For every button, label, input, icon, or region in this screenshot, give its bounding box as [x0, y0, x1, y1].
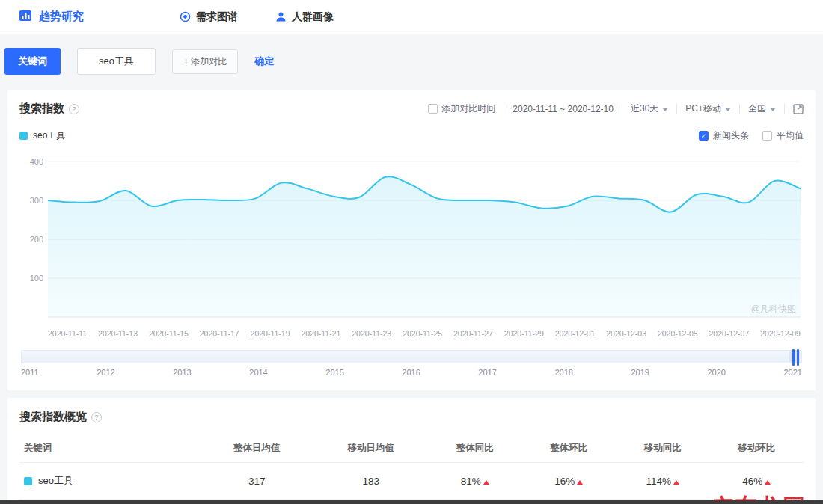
date-range-text: 2020-11-11 ~ 2020-12-10: [513, 104, 614, 114]
add-compare-button[interactable]: + 添加对比: [172, 49, 238, 74]
trend-chart[interactable]: 400300200100 @凡科快图: [48, 154, 801, 323]
timeline-years: 2011201220132014201520162017201820192020…: [21, 368, 802, 377]
compare-time-checkbox[interactable]: 添加对比时间: [428, 102, 495, 115]
keyword-cell: seo工具: [19, 463, 200, 500]
x-tick-label: 2020-11-15: [149, 329, 189, 338]
overview-title-text: 搜索指数概览: [19, 410, 87, 424]
checkbox-icon: [762, 131, 772, 141]
divider: [784, 104, 785, 114]
x-tick-label: 2020-11-23: [352, 329, 391, 338]
keyword-label: seo工具: [38, 474, 73, 488]
panel-title: 搜索指数 ?: [19, 102, 79, 116]
timeline-year-label: 2017: [478, 368, 496, 377]
cell-value: 81%: [461, 476, 481, 487]
news-toggle[interactable]: ✓ 新闻头条: [699, 129, 749, 142]
x-tick-label: 2020-12-09: [760, 329, 801, 338]
date-range-picker[interactable]: 2020-11-11 ~ 2020-12-10: [513, 104, 614, 114]
nav-item-demand-graph[interactable]: 需求图谱: [180, 10, 238, 24]
x-axis-labels: 2020-11-112020-11-132020-11-152020-11-17…: [48, 329, 801, 338]
value-cell: 114%: [616, 463, 709, 500]
trend-chart-svg: [48, 154, 801, 323]
info-icon[interactable]: ?: [69, 104, 79, 114]
compare-checkbox-label: 添加对比时间: [441, 102, 495, 115]
overview-column-header: 整体同比: [428, 434, 521, 463]
x-tick-label: 2020-11-21: [301, 329, 340, 338]
timeline-year-label: 2016: [402, 368, 420, 377]
y-tick-label: 100: [22, 274, 43, 283]
legend-swatch: [19, 132, 28, 140]
overview-column-header: 整体日均值: [200, 434, 314, 463]
cell-value: 317: [248, 476, 266, 487]
x-tick-label: 2020-11-19: [251, 329, 290, 338]
x-tick-label: 2020-11-13: [98, 329, 138, 338]
range-select-value: 近30天: [631, 102, 658, 115]
x-tick-label: 2020-11-11: [48, 329, 87, 338]
timeline-slider[interactable]: [21, 350, 802, 363]
panel-title-text: 搜索指数: [19, 102, 64, 116]
arrow-up-icon: [577, 480, 583, 485]
cell-value: 114%: [646, 476, 671, 487]
timeline-year-label: 2012: [97, 368, 114, 377]
device-select-value: PC+移动: [685, 102, 721, 115]
x-tick-label: 2020-11-17: [200, 329, 239, 338]
timeline-year-label: 2019: [631, 368, 649, 377]
chart-controls: 添加对比时间 2020-11-11 ~ 2020-12-10 近30天 PC+移…: [428, 102, 804, 115]
panel-header: 搜索指数 ? 添加对比时间 2020-11-11 ~ 2020-12-10 近3…: [19, 102, 804, 116]
overview-column-header: 移动同比: [616, 434, 709, 463]
x-tick-label: 2020-12-07: [709, 329, 750, 338]
top-nav: 趋势研究 需求图谱 人群画像: [0, 0, 823, 34]
value-cell: 317: [200, 463, 314, 500]
value-cell: 81%: [428, 463, 521, 500]
average-toggle-label: 平均值: [777, 129, 804, 142]
brand-logo-icon: [19, 9, 33, 25]
arrow-up-icon: [483, 480, 489, 485]
region-select[interactable]: 全国: [748, 102, 776, 115]
nav-group: 需求图谱 人群画像: [180, 10, 334, 24]
cell-value: 183: [363, 476, 380, 487]
checkbox-checked-icon: ✓: [699, 131, 709, 141]
nav-item-audience-portrait[interactable]: 人群画像: [275, 10, 334, 24]
nav-item-label: 需求图谱: [196, 10, 238, 24]
overview-panel: 搜索指数概览 ? 关键词整体日均值移动日均值整体同比整体环比移动同比移动环比 s…: [7, 398, 816, 504]
confirm-button[interactable]: 确定: [254, 55, 274, 68]
nav-item-trend-research: 趋势研究: [39, 10, 84, 24]
average-toggle[interactable]: 平均值: [762, 129, 804, 142]
timeline-year-label: 2015: [325, 368, 343, 377]
slider-handle[interactable]: [792, 349, 799, 366]
table-row: seo工具31718381%16%114%46%: [19, 463, 804, 500]
x-tick-label: 2020-11-25: [403, 329, 442, 338]
expand-icon[interactable]: [793, 104, 804, 114]
overview-column-header: 移动环比: [709, 434, 804, 463]
search-index-panel: 搜索指数 ? 添加对比时间 2020-11-11 ~ 2020-12-10 近3…: [7, 90, 816, 390]
range-select[interactable]: 近30天: [631, 102, 668, 115]
cell-value: 16%: [554, 476, 575, 487]
region-select-value: 全国: [748, 102, 766, 115]
value-cell: 16%: [522, 463, 616, 500]
chevron-down-icon: [725, 108, 731, 111]
overview-table-body: seo工具31718381%16%114%46%: [19, 463, 804, 500]
news-toggle-label: 新闻头条: [713, 129, 749, 142]
arrow-up-icon: [673, 480, 679, 485]
timeline-year-label: 2018: [554, 368, 572, 377]
divider: [739, 104, 740, 114]
person-icon: [275, 11, 287, 22]
checkbox-icon: [428, 104, 438, 114]
timeline-year-label: 2021: [783, 368, 801, 377]
nav-item-label: 人群画像: [292, 10, 334, 24]
overview-table: 关键词整体日均值移动日均值整体同比整体环比移动同比移动环比 seo工具31718…: [19, 434, 804, 500]
target-icon: [180, 11, 191, 22]
legend-row: seo工具 ✓ 新闻头条 平均值: [19, 129, 804, 142]
overview-title: 搜索指数概览 ?: [19, 410, 804, 424]
overview-header-row: 关键词整体日均值移动日均值整体同比整体环比移动同比移动环比: [19, 434, 804, 463]
x-tick-label: 2020-12-01: [555, 329, 596, 338]
device-select[interactable]: PC+移动: [685, 102, 731, 115]
value-cell: 183: [314, 463, 429, 500]
divider: [504, 104, 504, 114]
timeline-year-label: 2013: [173, 368, 191, 377]
brand[interactable]: 趋势研究: [19, 9, 84, 25]
info-icon[interactable]: ?: [91, 412, 102, 422]
y-tick-label: 300: [22, 196, 43, 205]
keyword-chip[interactable]: seo工具: [77, 48, 156, 75]
series-legend: seo工具: [19, 129, 65, 142]
keyword-tab[interactable]: 关键词: [4, 48, 61, 75]
